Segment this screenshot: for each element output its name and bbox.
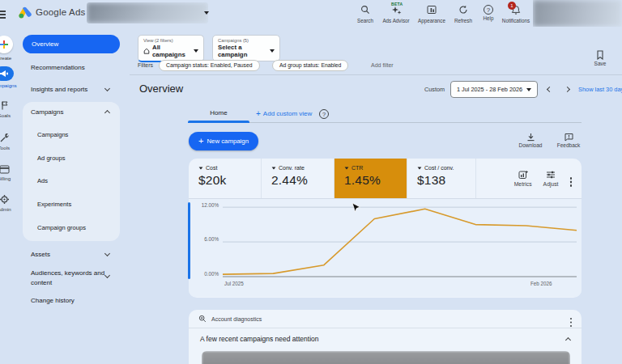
feedback-icon [551, 133, 586, 142]
search-icon [360, 5, 370, 15]
y-axis-tick: 12.00% [189, 202, 219, 208]
diagnostics-more-icon[interactable] [570, 318, 573, 320]
tools-icon [0, 133, 18, 143]
ads-advisor-button[interactable]: BETA Ads Advisor [378, 5, 414, 23]
diagnostics-alert-row[interactable]: A few recent campaigns need attention [189, 328, 582, 349]
campaign-selector[interactable]: Campaigns (5) Select a campaign [212, 35, 280, 61]
menu-icon[interactable] [0, 9, 6, 20]
scorecard-chart-card: Cost $20k Conv. rate 2.44% CTR 1.45% Cos… [189, 159, 582, 298]
metrics-row: Cost $20k Conv. rate 2.44% CTR 1.45% Cos… [189, 159, 582, 199]
metric-ctr[interactable]: CTR 1.45% [334, 159, 407, 198]
metric-cost[interactable]: Cost $20k [189, 159, 262, 198]
view-selector[interactable]: View (2 filters) All campaigns [138, 35, 204, 62]
chevron-down-icon[interactable] [104, 273, 110, 278]
metric-conv-rate[interactable]: Conv. rate 2.44% [262, 159, 334, 198]
tab-help-icon[interactable]: ? [319, 109, 329, 119]
account-caret-icon[interactable] [204, 11, 209, 15]
billing-icon [0, 165, 18, 174]
more-options-icon[interactable] [570, 177, 573, 180]
chevron-down-icon[interactable] [104, 86, 110, 91]
sidebar-item-campaign-groups[interactable]: Campaign groups [37, 224, 86, 231]
rail-item-billing[interactable]: Billing [0, 165, 18, 181]
sidebar-item-assets[interactable]: Assets [31, 251, 50, 258]
sidebar-item-overview[interactable]: Overview [23, 35, 120, 53]
sidebar-item-campaigns-group[interactable]: Campaigns [31, 108, 63, 116]
account-diagnostics-card: Account diagnostics A few recent campaig… [189, 310, 582, 364]
bell-icon: 1 [511, 5, 521, 15]
account-info-redacted [87, 2, 208, 23]
rail-item-campaigns[interactable]: Campaigns [0, 66, 18, 88]
date-prev-button[interactable] [547, 87, 552, 92]
sidebar-item-insights[interactable]: Insights and reports [31, 86, 87, 93]
filter-chip-campaign-status[interactable]: Campaign status: Enabled, Paused [159, 60, 260, 71]
google-ads-logo-icon [19, 6, 32, 19]
appearance-icon [427, 5, 437, 15]
adjust-button[interactable]: Adjust [543, 170, 559, 187]
filters-label: Filters [138, 62, 153, 68]
appearance-button[interactable]: Appearance [414, 5, 449, 23]
rail-item-create[interactable]: Create [0, 36, 18, 61]
x-axis-tick: Feb 2026 [530, 281, 552, 286]
sidebar-item-campaigns[interactable]: Campaigns [37, 131, 68, 138]
metric-cost-per-conv[interactable]: Cost / conv. $138 [407, 159, 476, 198]
help-icon: ? [484, 5, 493, 15]
brand-title: Google Ads [36, 7, 85, 17]
notification-count-badge: 1 [508, 2, 516, 10]
metrics-button[interactable]: Metrics [514, 170, 532, 187]
sidebar-item-experiments[interactable]: Experiments [37, 201, 71, 208]
sidebar-item-audiences[interactable]: Audiences, keywords and content [31, 269, 105, 288]
rail-item-tools[interactable]: Tools [0, 133, 18, 150]
y-axis-tick: 6.00% [189, 236, 219, 242]
rail-item-admin[interactable]: Admin [0, 194, 18, 212]
caret-down-icon [194, 49, 198, 53]
tabs-baseline [249, 122, 582, 123]
download-icon [513, 133, 548, 142]
add-custom-view-button[interactable]: + Add custom view [256, 110, 312, 117]
new-campaign-button[interactable]: + New campaign [189, 132, 258, 150]
notifications-button[interactable]: 1 Notifications [498, 5, 534, 23]
rail-item-goals[interactable]: Goals [0, 100, 18, 118]
campaigns-icon [0, 66, 14, 81]
tab-home[interactable]: Home [188, 109, 249, 116]
ctr-chart: 12.00% 6.00% 0.00% Jul 2025 Feb 2026 [189, 199, 582, 297]
diagnostics-search-icon [198, 315, 207, 323]
page-title: Overview [139, 83, 183, 95]
ctr-line-plot[interactable] [223, 201, 577, 280]
date-next-button[interactable] [564, 87, 570, 92]
filter-chip-ad-group-status[interactable]: Ad group status: Enabled [272, 60, 348, 71]
sidebar-campaigns-group [23, 102, 120, 241]
beta-badge: BETA [391, 2, 403, 6]
collapse-chevron-icon[interactable] [565, 337, 571, 343]
date-range-selector[interactable]: 1 Jul 2025 - 28 Feb 2026 [450, 81, 538, 98]
caret-down-icon [270, 49, 275, 53]
sidebar-item-change-history[interactable]: Change history [31, 297, 75, 304]
download-button[interactable]: Download [513, 133, 548, 148]
plus-icon: + [198, 138, 203, 145]
chart-left-indicator[interactable] [188, 202, 190, 279]
caret-down-icon [526, 88, 531, 91]
add-filter-button[interactable]: Add filter [371, 62, 394, 68]
bookmark-icon [588, 50, 612, 60]
sliders-icon [543, 170, 559, 180]
sidebar-item-ads[interactable]: Ads [37, 177, 48, 184]
date-mode-label: Custom [424, 86, 445, 93]
plus-icon: + [256, 111, 261, 117]
caret-down-icon [418, 167, 422, 169]
show-last-30-days-link[interactable]: Show last 30 days [578, 86, 622, 93]
caret-down-icon [345, 167, 349, 169]
chevron-down-icon[interactable] [104, 251, 110, 256]
create-plus-icon [0, 36, 13, 53]
caret-down-icon [272, 167, 276, 169]
mouse-cursor [351, 202, 360, 214]
topbar: Google Ads Search BETA Ads Advisor Appea… [0, 0, 622, 27]
x-axis-tick: Jul 2025 [224, 281, 244, 286]
save-button[interactable]: Save [588, 50, 612, 66]
caret-down-icon [199, 167, 203, 169]
sparkle-icon: BETA [391, 5, 402, 15]
topbar-right-redacted [533, 0, 622, 27]
sidebar-item-recommendations[interactable]: Recommendations [31, 64, 85, 71]
metrics-actions: Metrics Adjust [476, 159, 582, 198]
feedback-button[interactable]: Feedback [551, 133, 586, 148]
sidebar-item-ad-groups[interactable]: Ad groups [37, 154, 66, 162]
redacted-content [202, 351, 570, 364]
